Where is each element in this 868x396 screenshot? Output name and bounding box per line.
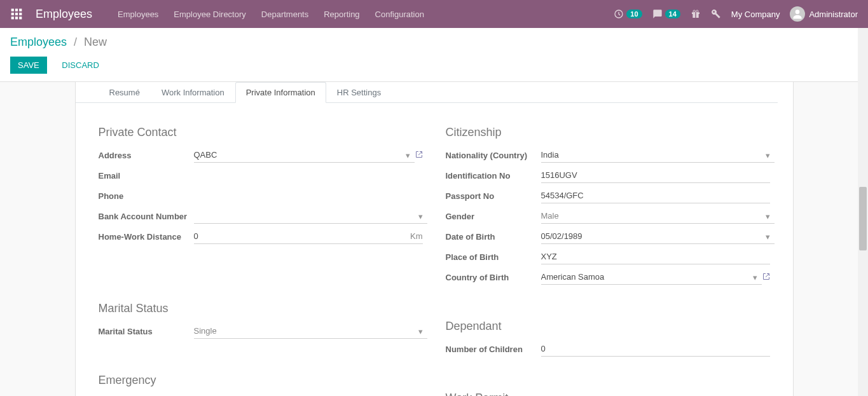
nav-menu: Employees Employee Directory Departments… [118, 10, 614, 19]
label-phone: Phone [99, 191, 194, 201]
section-emergency: Emergency [99, 374, 423, 387]
row-children: Number of Children [446, 341, 770, 357]
row-marital-status: Marital Status ▾ [99, 323, 423, 339]
row-dob: Date of Birth ▾ [446, 228, 770, 245]
messages-button[interactable]: 14 [652, 9, 680, 19]
scrollbar-thumb[interactable] [859, 187, 867, 250]
distance-input[interactable] [194, 229, 423, 244]
label-cob: Country of Birth [446, 273, 541, 282]
address-input[interactable] [194, 147, 415, 163]
svg-rect-6 [11, 17, 14, 19]
passport-input[interactable] [541, 188, 770, 203]
section-work-permit: Work Permit [446, 392, 770, 396]
external-link-icon[interactable] [415, 151, 423, 160]
identification-input[interactable] [541, 168, 770, 183]
gift-icon[interactable] [691, 9, 701, 19]
row-identification: Identification No [446, 167, 770, 184]
row-email: Email [99, 167, 423, 184]
cob-input[interactable] [541, 270, 762, 285]
user-name: Administrator [809, 10, 858, 19]
menu-employees[interactable]: Employees [118, 10, 158, 19]
svg-rect-0 [11, 9, 14, 11]
breadcrumb-root[interactable]: Employees [10, 36, 67, 48]
tab-bar: Resumé Work Information Private Informat… [76, 82, 778, 103]
chat-icon [652, 9, 663, 19]
breadcrumb-current: New [84, 36, 107, 48]
menu-employee-directory[interactable]: Employee Directory [174, 10, 245, 19]
label-gender: Gender [446, 212, 541, 221]
svg-rect-5 [19, 13, 22, 15]
label-pob: Place of Birth [446, 252, 541, 262]
menu-configuration[interactable]: Configuration [375, 10, 424, 19]
svg-rect-4 [15, 13, 18, 15]
row-gender: Gender ▾ [446, 208, 770, 224]
clock-icon [614, 9, 624, 19]
row-pob: Place of Birth [446, 249, 770, 265]
section-citizenship: Citizenship [446, 126, 770, 139]
company-name[interactable]: My Company [731, 10, 780, 19]
wrench-icon[interactable] [711, 9, 721, 19]
menu-departments[interactable]: Departments [261, 10, 308, 19]
app-brand[interactable]: Employees [36, 8, 92, 21]
svg-rect-3 [11, 13, 14, 15]
apps-icon[interactable] [10, 8, 23, 20]
phone-input[interactable] [194, 189, 423, 203]
svg-point-13 [693, 10, 695, 12]
breadcrumb: Employees / New [10, 36, 858, 49]
svg-rect-1 [15, 9, 18, 11]
email-input[interactable] [194, 168, 423, 183]
label-children: Number of Children [446, 345, 541, 354]
row-bank: Bank Account Number ▾ [99, 208, 423, 224]
external-link-icon[interactable] [762, 273, 770, 282]
pob-input[interactable] [541, 249, 770, 264]
row-nationality: Nationality (Country) ▾ [446, 147, 770, 163]
top-navbar: Employees Employees Employee Directory D… [0, 0, 868, 28]
form-body: Private Contact Address ▾ Email [76, 103, 778, 396]
activity-badge: 10 [626, 10, 642, 18]
discard-button[interactable]: DISCARD [54, 57, 107, 74]
children-input[interactable] [541, 341, 770, 357]
svg-point-15 [796, 10, 800, 14]
row-address: Address ▾ [99, 147, 423, 163]
bank-input[interactable] [194, 208, 427, 224]
marital-status-select[interactable] [194, 324, 427, 339]
svg-point-14 [696, 10, 698, 12]
distance-unit: Km [410, 231, 423, 241]
row-cob: Country of Birth ▾ [446, 269, 770, 285]
section-dependant: Dependant [446, 320, 770, 333]
row-passport: Passport No [446, 188, 770, 204]
svg-rect-7 [15, 17, 18, 19]
label-dob: Date of Birth [446, 232, 541, 242]
right-column: Citizenship Nationality (Country) ▾ Iden… [446, 118, 770, 396]
scrollbar-track[interactable] [858, 28, 868, 396]
form-sheet: Resumé Work Information Private Informat… [75, 82, 794, 396]
label-bank: Bank Account Number [99, 212, 194, 221]
label-marital-status: Marital Status [99, 327, 194, 336]
label-passport: Passport No [446, 191, 541, 201]
section-private-contact: Private Contact [99, 126, 423, 139]
save-button[interactable]: SAVE [10, 57, 47, 74]
dob-input[interactable] [541, 229, 775, 244]
tab-hr-settings[interactable]: HR Settings [326, 82, 392, 103]
tab-private-info[interactable]: Private Information [235, 82, 326, 103]
row-phone: Phone [99, 188, 423, 204]
nationality-input[interactable] [541, 147, 775, 163]
tab-resume[interactable]: Resumé [99, 82, 151, 103]
label-distance: Home-Work Distance [99, 232, 194, 242]
activity-button[interactable]: 10 [614, 9, 642, 19]
menu-reporting[interactable]: Reporting [324, 10, 359, 19]
avatar-icon [790, 6, 805, 22]
sheet-background: Resumé Work Information Private Informat… [0, 82, 868, 396]
gender-select[interactable] [541, 208, 775, 224]
messages-badge: 14 [665, 10, 680, 18]
tab-work-info[interactable]: Work Information [151, 82, 235, 103]
control-panel: Employees / New SAVE DISCARD [0, 28, 868, 82]
label-address: Address [99, 151, 194, 160]
svg-rect-8 [19, 17, 22, 19]
user-menu[interactable]: Administrator [790, 6, 858, 22]
label-nationality: Nationality (Country) [446, 151, 541, 160]
left-column: Private Contact Address ▾ Email [99, 118, 423, 396]
svg-rect-12 [695, 12, 696, 18]
section-marital: Marital Status [99, 302, 423, 315]
svg-rect-2 [19, 9, 22, 11]
